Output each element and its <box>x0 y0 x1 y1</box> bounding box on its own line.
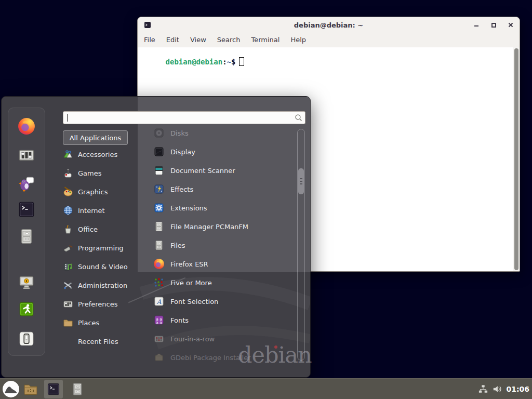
search-caret <box>67 114 68 122</box>
app-item-display[interactable]: Display <box>147 142 296 161</box>
file-cabinet-icon <box>18 228 35 245</box>
log-out-icon <box>18 300 35 318</box>
effects-icon <box>153 183 165 195</box>
app-item-firefox-esr[interactable]: Firefox ESR <box>147 255 296 273</box>
lock-screen-icon <box>18 274 35 291</box>
prompt-symbol: $ <box>231 58 235 66</box>
app-item-file-manager-pcmanfm[interactable]: File Manager PCManFM <box>147 217 296 236</box>
programming-icon <box>63 243 73 253</box>
terminal-taskbar-button[interactable] <box>44 380 63 398</box>
system-tray: 01:06 <box>478 379 529 399</box>
firefox-icon <box>18 117 35 135</box>
favorite-shutdown[interactable] <box>18 330 35 348</box>
menu-item-search[interactable]: Search <box>217 36 241 44</box>
file-manager-folder-launcher[interactable] <box>23 382 38 396</box>
start-menu-button[interactable] <box>2 380 20 398</box>
taskbar: 01:06 <box>0 378 532 399</box>
apps-scrollbar[interactable] <box>297 129 305 361</box>
app-item-files[interactable]: Files <box>147 236 296 255</box>
control-center-icon <box>18 146 35 164</box>
apps-scrollbar-thumb[interactable] <box>298 168 304 194</box>
desktop: debian@debian: ~ File Edit View Search T… <box>0 0 532 399</box>
folder-icon <box>23 382 38 396</box>
games-icon <box>63 168 73 178</box>
start-menu-icon <box>2 380 20 398</box>
menu-item-edit[interactable]: Edit <box>166 36 179 44</box>
terminal-icon <box>47 382 60 396</box>
app-item-five-or-more[interactable]: Five or More <box>147 273 296 292</box>
file-cabinet-icon <box>153 240 165 251</box>
app-item-document-scanner[interactable]: Document Scanner <box>147 161 296 180</box>
category-programming[interactable]: Programming <box>63 238 143 257</box>
recent-files-spacer <box>63 336 73 347</box>
extensions-icon <box>153 202 165 214</box>
app-item-disks: Disks <box>147 124 296 142</box>
terminal-cursor <box>239 57 244 66</box>
five-or-more-icon <box>153 277 165 288</box>
favorite-log-out[interactable] <box>18 300 35 318</box>
app-item-effects[interactable]: Effects <box>147 180 296 198</box>
category-internet[interactable]: Internet <box>63 201 143 220</box>
terminal-scrollbar[interactable] <box>513 47 520 271</box>
app-item-fonts[interactable]: a aa a Fonts <box>147 311 296 329</box>
favorite-firefox[interactable] <box>18 117 35 135</box>
sound-video-icon <box>63 261 73 272</box>
menu-item-view[interactable]: View <box>190 36 206 44</box>
office-icon <box>63 224 73 234</box>
volume-icon[interactable] <box>492 384 502 394</box>
pidgin-icon <box>18 175 35 192</box>
file-cabinet-icon <box>70 382 85 396</box>
svg-text:A: A <box>156 298 162 305</box>
firefox-icon <box>153 258 165 270</box>
app-item-extensions[interactable]: Extensions <box>147 198 296 217</box>
category-accessories[interactable]: Accessories <box>63 145 143 164</box>
prompt-path: ~ <box>227 58 231 66</box>
svg-text:a a: a a <box>156 320 162 325</box>
category-games[interactable]: Games <box>63 164 143 182</box>
terminal-titlebar[interactable]: debian@debian: ~ <box>138 17 520 33</box>
watermark-red-dot <box>274 345 277 349</box>
terminal-scrollbar-thumb[interactable] <box>514 48 518 270</box>
graphics-icon <box>63 187 73 197</box>
menu-item-terminal[interactable]: Terminal <box>251 36 280 44</box>
category-list: Accessories Games Graphics Internet Offi… <box>63 145 143 351</box>
category-places[interactable]: Places <box>63 313 143 332</box>
preferences-icon <box>63 299 73 309</box>
window-title: debian@debian: ~ <box>294 21 363 29</box>
disks-icon <box>153 127 165 139</box>
favorite-lock-screen[interactable] <box>18 274 35 291</box>
file-cabinet-launcher[interactable] <box>70 382 85 396</box>
document-scanner-icon <box>153 165 165 176</box>
category-graphics[interactable]: Graphics <box>63 182 143 201</box>
all-applications-button[interactable]: All Applications <box>63 130 128 145</box>
close-icon[interactable] <box>507 21 514 29</box>
debian-watermark: debian <box>238 342 312 368</box>
category-sound-video[interactable]: Sound & Video <box>63 257 143 276</box>
maximize-icon[interactable] <box>490 21 497 29</box>
search-icon <box>294 113 303 122</box>
gdebi-icon <box>153 352 165 363</box>
minimize-icon[interactable] <box>473 21 480 29</box>
application-menu: All Applications Accessories Games Graph… <box>1 96 311 378</box>
network-icon[interactable] <box>478 384 488 394</box>
accessories-icon <box>63 149 73 159</box>
favorite-pidgin[interactable] <box>18 175 35 192</box>
category-preferences[interactable]: Preferences <box>63 295 143 313</box>
category-office[interactable]: Office <box>63 220 143 238</box>
favorite-file-manager[interactable] <box>18 228 35 245</box>
menu-item-help[interactable]: Help <box>290 36 306 44</box>
font-selection-icon: A <box>153 296 165 307</box>
menu-item-file[interactable]: File <box>144 36 155 44</box>
places-icon <box>63 317 73 328</box>
prompt-user-host: debian@debian <box>166 58 223 66</box>
terminal-menubar: File Edit View Search Terminal Help <box>138 33 520 47</box>
app-item-font-selection[interactable]: A Font Selection <box>147 292 296 311</box>
clock[interactable]: 01:06 <box>506 385 529 393</box>
favorite-terminal[interactable] <box>18 201 35 218</box>
administration-icon <box>63 280 73 290</box>
category-administration[interactable]: Administration <box>63 276 143 295</box>
file-cabinet-icon <box>153 221 165 232</box>
category-recent-files[interactable]: Recent Files <box>63 332 143 351</box>
search-input[interactable] <box>63 111 305 124</box>
favorite-control-center[interactable] <box>18 146 35 164</box>
